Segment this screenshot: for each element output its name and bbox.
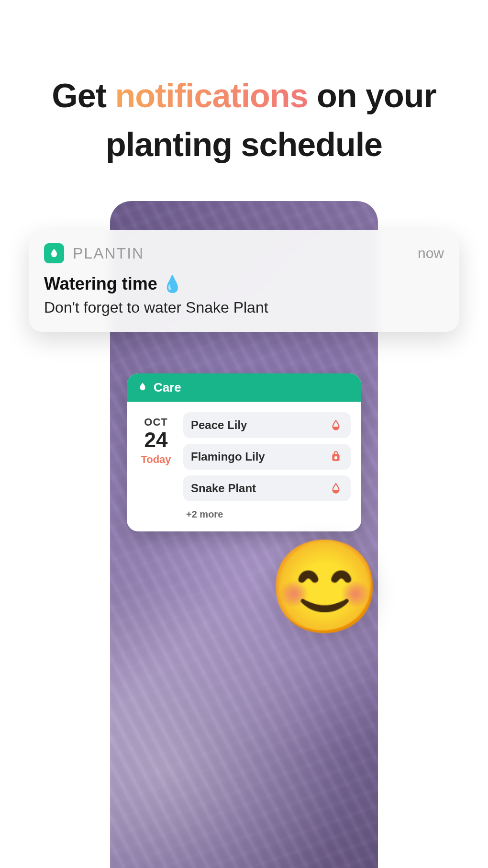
care-item[interactable]: Flamingo Lily — [183, 444, 351, 470]
care-more-label[interactable]: +2 more — [183, 507, 351, 520]
care-today-label: Today — [137, 453, 175, 466]
svg-point-1 — [334, 456, 338, 460]
page-headline: Get notifications on your planting sched… — [0, 0, 488, 169]
headline-accent: notifications — [115, 77, 308, 114]
notification-title: Watering time 💧 — [44, 274, 444, 294]
care-item[interactable]: Snake Plant — [183, 475, 351, 501]
care-item-name: Snake Plant — [191, 482, 256, 495]
headline-pre: Get — [52, 77, 115, 114]
plantin-app-icon — [44, 243, 64, 263]
care-item-name: Peace Lily — [191, 418, 247, 432]
care-widget-title: Care — [154, 380, 181, 395]
smiling-face-emoji: 😊 — [268, 541, 381, 632]
notification-banner[interactable]: PLANTIN now Watering time 💧 Don't forget… — [29, 230, 459, 332]
water-icon — [329, 481, 343, 496]
feed-icon — [329, 450, 343, 464]
care-widget[interactable]: Care OCT 24 Today Peace Lily Flamingo Li… — [127, 373, 361, 531]
notification-app-name: PLANTIN — [73, 245, 144, 262]
care-item[interactable]: Peace Lily — [183, 412, 351, 438]
water-drop-icon: 💧 — [162, 275, 182, 293]
water-icon — [329, 418, 343, 432]
care-item-name: Flamingo Lily — [191, 450, 265, 463]
tulip-icon — [137, 382, 148, 394]
care-day: 24 — [137, 429, 175, 451]
notification-body: Don't forget to water Snake Plant — [44, 299, 444, 316]
notification-time: now — [418, 245, 444, 261]
care-date: OCT 24 Today — [137, 412, 175, 520]
care-widget-header: Care — [127, 373, 361, 402]
notification-title-text: Watering time — [44, 274, 162, 293]
care-widget-body: OCT 24 Today Peace Lily Flamingo Lily Sn… — [127, 402, 361, 531]
care-month: OCT — [137, 416, 175, 428]
notification-header: PLANTIN now — [44, 243, 444, 263]
care-list: Peace Lily Flamingo Lily Snake Plant +2 … — [183, 412, 351, 520]
